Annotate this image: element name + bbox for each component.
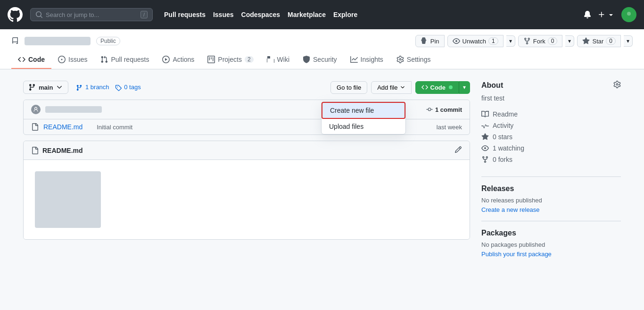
- tab-settings[interactable]: Settings: [390, 51, 438, 69]
- branches-label: branch: [91, 84, 109, 91]
- code-button-group: Code ▾: [415, 81, 471, 94]
- edit-icon: [454, 146, 462, 153]
- file-icon: [31, 123, 39, 131]
- about-description: first test: [481, 94, 621, 102]
- repo-body: main 1 branch 0 tags Go to file Add file: [23, 81, 470, 258]
- readme-link-label: Readme: [493, 110, 518, 118]
- code-button[interactable]: Code: [415, 81, 459, 94]
- readme-header: README.md: [24, 141, 470, 160]
- star-label: Star: [592, 38, 603, 45]
- pull-requests-nav-link[interactable]: Pull requests: [164, 11, 206, 18]
- marketplace-nav-link[interactable]: Marketplace: [288, 11, 326, 18]
- insights-tab-icon: [350, 56, 358, 63]
- tab-insights[interactable]: Insights: [344, 51, 390, 69]
- tags-count: 0: [124, 84, 127, 91]
- file-name-link[interactable]: README.md: [43, 123, 83, 131]
- pin-label: Pin: [430, 38, 439, 45]
- repo-tabs: Code Issues Pull requests Actions Projec…: [11, 51, 633, 69]
- watching-link-item[interactable]: 1 watching: [481, 142, 621, 154]
- packages-title: Packages: [481, 229, 621, 237]
- branches-count: 1: [85, 84, 89, 91]
- tab-projects[interactable]: Projects 2: [201, 51, 260, 69]
- star-button[interactable]: Star 0: [577, 35, 621, 47]
- unwatch-label: Unwatch: [462, 38, 487, 45]
- commit-author: [45, 106, 102, 113]
- create-release-link[interactable]: Create a new release: [481, 206, 540, 213]
- publish-package-link[interactable]: Publish your first package: [481, 251, 552, 258]
- create-new-file-item[interactable]: Create new file: [322, 102, 405, 119]
- book-icon: [481, 110, 489, 118]
- go-to-file-button[interactable]: Go to file: [330, 81, 367, 94]
- explore-nav-link[interactable]: Explore: [333, 11, 357, 18]
- search-input[interactable]: [46, 11, 138, 18]
- branch-selector[interactable]: main: [23, 81, 68, 94]
- main-content: main 1 branch 0 tags Go to file Add file: [16, 69, 628, 269]
- issues-nav-link[interactable]: Issues: [213, 11, 234, 18]
- about-section: About first test Readme Activity 0 stars: [481, 81, 621, 165]
- unwatch-dropdown[interactable]: ▾: [506, 35, 515, 47]
- tab-actions[interactable]: Actions: [156, 51, 201, 69]
- tab-code-label: Code: [28, 56, 45, 63]
- avatar[interactable]: [621, 7, 636, 22]
- pin-button[interactable]: Pin: [415, 35, 445, 47]
- tab-code[interactable]: Code: [11, 51, 51, 69]
- github-logo[interactable]: [8, 7, 23, 22]
- commit-count-link[interactable]: 1 commit: [435, 106, 462, 113]
- edit-readme-button[interactable]: [454, 146, 462, 155]
- branch-count-link[interactable]: 1 branch: [76, 84, 109, 91]
- plus-button[interactable]: [598, 11, 615, 18]
- top-navigation: / Pull requests Issues Codespaces Market…: [0, 0, 644, 29]
- repo-sidebar: About first test Readme Activity 0 stars: [481, 81, 621, 258]
- branch-bar: main 1 branch 0 tags Go to file Add file: [23, 81, 470, 94]
- topnav-right: [584, 7, 636, 22]
- stars-link-label: 0 stars: [493, 133, 512, 141]
- settings-gear-icon: [613, 81, 621, 88]
- readme-content: [24, 160, 470, 239]
- search-box[interactable]: /: [30, 8, 153, 21]
- tag-icon: [115, 84, 122, 91]
- readme-box: README.md: [23, 141, 470, 240]
- branch-meta: 1 branch 0 tags: [76, 84, 140, 91]
- upload-files-item[interactable]: Upload files: [322, 119, 405, 134]
- unwatch-count: 1: [488, 37, 498, 45]
- add-file-button[interactable]: Add file: [371, 81, 411, 94]
- add-file-dropdown: Create new file Upload files: [321, 101, 406, 134]
- codespaces-nav-link[interactable]: Codespaces: [241, 11, 280, 18]
- readme-file-icon: [31, 147, 39, 154]
- tab-actions-label: Actions: [173, 56, 194, 63]
- branch-actions: Go to file Add file Code ▾: [330, 81, 470, 94]
- tab-security[interactable]: Security: [296, 51, 344, 69]
- eye-icon: [481, 144, 489, 152]
- fork-button[interactable]: Fork 0: [518, 35, 563, 47]
- file-time: last week: [437, 124, 462, 131]
- tab-pull-requests[interactable]: Pull requests: [94, 51, 156, 69]
- add-file-chevron-icon: [400, 84, 405, 90]
- star-dropdown[interactable]: ▾: [624, 35, 633, 47]
- code-dropdown-button[interactable]: ▾: [459, 81, 470, 94]
- committer-avatar: [31, 105, 41, 114]
- readme-link-item[interactable]: Readme: [481, 109, 621, 120]
- fork-dropdown[interactable]: ▾: [565, 35, 574, 47]
- code-tab-icon: [18, 56, 25, 63]
- sidebar-divider-2: [481, 221, 621, 221]
- repo-icon: [11, 37, 19, 45]
- about-title: About: [481, 81, 503, 90]
- forks-link-item[interactable]: 0 forks: [481, 154, 621, 165]
- tab-pull-requests-label: Pull requests: [111, 56, 149, 63]
- tags-link[interactable]: 0 tags: [115, 84, 141, 91]
- tab-security-label: Security: [313, 56, 337, 63]
- commit-history-icon: [426, 106, 433, 113]
- edit-about-button[interactable]: [613, 81, 621, 90]
- code-status-dot: [449, 85, 453, 89]
- tab-wiki[interactable]: Wiki: [260, 51, 296, 69]
- notifications-button[interactable]: [584, 11, 591, 18]
- tab-issues[interactable]: Issues: [51, 51, 94, 69]
- projects-tab-icon: [207, 56, 215, 63]
- public-badge: Public: [96, 37, 120, 45]
- settings-tab-icon: [396, 56, 404, 63]
- activity-link-item[interactable]: Activity: [481, 120, 621, 131]
- activity-icon: [481, 122, 489, 129]
- stars-link-item[interactable]: 0 stars: [481, 131, 621, 142]
- releases-section: Releases No releases published Create a …: [481, 184, 621, 213]
- unwatch-button[interactable]: Unwatch 1: [447, 35, 504, 47]
